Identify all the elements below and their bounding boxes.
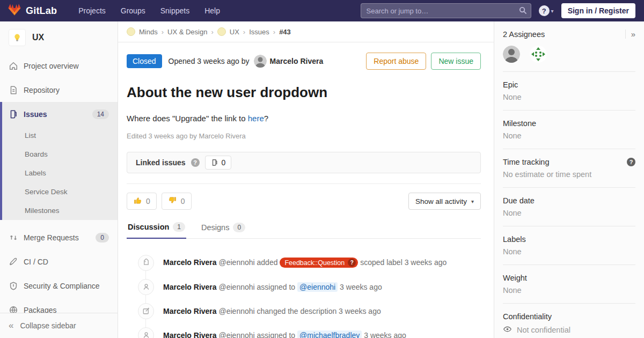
note-author[interactable]: Marcelo Rivera bbox=[163, 258, 217, 267]
sidebar-section-due-date[interactable]: Due date None bbox=[503, 187, 635, 217]
author-avatar[interactable] bbox=[254, 55, 267, 68]
section-title: Milestone bbox=[503, 119, 635, 128]
merge-request-icon bbox=[9, 233, 18, 243]
description-suffix: ? bbox=[264, 114, 268, 123]
sign-in-button[interactable]: Sign in / Register bbox=[561, 3, 635, 18]
description-text: Where does "Upgrade" the link to bbox=[127, 114, 248, 123]
section-title: Time tracking bbox=[503, 158, 549, 166]
section-value: None bbox=[503, 286, 635, 295]
nav-link-projects[interactable]: Projects bbox=[72, 3, 112, 18]
sidebar-item-milestones[interactable]: Milestones bbox=[2, 201, 118, 220]
section-title: Weight bbox=[503, 274, 635, 282]
sidebar-item-ci-cd[interactable]: CI / CD bbox=[0, 249, 118, 274]
tab-discussion[interactable]: Discussion 1 bbox=[127, 219, 186, 239]
report-abuse-button[interactable]: Report abuse bbox=[366, 53, 426, 70]
top-navbar: GitLab Projects Groups Snippets Help ? ▾… bbox=[0, 0, 644, 21]
sidebar-section-time-tracking[interactable]: Time tracking ? No estimate or time spen… bbox=[503, 149, 635, 179]
issues-icon bbox=[211, 159, 218, 166]
sidebar-section-weight[interactable]: Weight None bbox=[503, 264, 635, 295]
breadcrumb-issues[interactable]: Issues bbox=[249, 28, 269, 36]
note-timestamp: 3 weeks ago bbox=[340, 283, 382, 291]
issue-title: About the new user dropdown bbox=[127, 84, 481, 101]
gitlab-logo[interactable]: GitLab bbox=[0, 3, 62, 18]
breadcrumb-ux[interactable]: UX bbox=[230, 28, 239, 36]
nav-link-groups[interactable]: Groups bbox=[114, 3, 152, 18]
nav-link-snippets[interactable]: Snippets bbox=[154, 3, 196, 18]
sidebar-item-service-desk[interactable]: Service Desk bbox=[2, 182, 118, 201]
scoped-label-feedback-question[interactable]: Feedback::Question ? bbox=[280, 258, 358, 268]
tab-designs[interactable]: Designs 0 bbox=[200, 219, 246, 238]
assignee-avatar-identicon[interactable] bbox=[530, 46, 547, 63]
sidebar-section-labels[interactable]: Labels None bbox=[503, 226, 635, 256]
note-handle: @eiennohi bbox=[219, 258, 255, 267]
section-value: None bbox=[503, 131, 635, 140]
sidebar-item-boards[interactable]: Boards bbox=[2, 145, 118, 164]
sidebar-section-milestone[interactable]: Milestone None bbox=[503, 110, 635, 140]
assignee-avatar-photo[interactable] bbox=[503, 46, 520, 63]
author-name[interactable]: Marcelo Rivera bbox=[270, 57, 324, 65]
breadcrumb-issue-number: #43 bbox=[279, 28, 291, 36]
note-action: assigned to bbox=[257, 283, 296, 291]
chevron-down-icon: ▾ bbox=[471, 199, 474, 204]
system-note-assigned: Marcelo Rivera @eiennohi assigned to @mi… bbox=[138, 323, 481, 338]
time-tracking-help-icon[interactable]: ? bbox=[627, 158, 635, 166]
note-author[interactable]: Marcelo Rivera bbox=[163, 307, 217, 315]
user-icon bbox=[138, 279, 154, 295]
mention-eiennohi[interactable]: @eiennohi bbox=[297, 282, 338, 292]
activity-filter-dropdown[interactable]: Show all activity ▾ bbox=[408, 193, 481, 210]
linked-issues-title: Linked issues bbox=[136, 158, 186, 167]
sidebar-item-label: Issues bbox=[24, 110, 47, 119]
section-value: None bbox=[503, 209, 635, 217]
rocket-icon bbox=[9, 257, 18, 267]
thumbs-up-button[interactable]: 0 bbox=[127, 193, 157, 210]
breadcrumb: Minds › UX & Design › UX › Issues › #43 bbox=[118, 21, 494, 42]
home-icon bbox=[9, 61, 18, 71]
help-menu[interactable]: ? ▾ bbox=[539, 5, 554, 16]
document-icon bbox=[9, 85, 18, 95]
thumbs-down-button[interactable]: 0 bbox=[162, 193, 192, 210]
note-handle: @eiennohi bbox=[219, 307, 255, 315]
sidebar-item-list[interactable]: List bbox=[2, 126, 118, 145]
sidebar-item-issues[interactable]: Issues 14 bbox=[2, 102, 118, 126]
system-note-description-changed: Marcelo Rivera @eiennohi changed the des… bbox=[138, 299, 481, 323]
linked-issues-count: 0 bbox=[222, 158, 226, 167]
mention-michaelfbradley[interactable]: @michaelfbradley bbox=[297, 330, 362, 338]
sidebar-item-repository[interactable]: Repository bbox=[0, 78, 118, 102]
assignees-title: 2 Assignees bbox=[503, 30, 545, 39]
search-input[interactable] bbox=[361, 3, 531, 18]
collapse-sidebar-button[interactable]: « Collapse sidebar bbox=[0, 313, 118, 338]
nav-link-help[interactable]: Help bbox=[198, 3, 226, 18]
sidebar-item-project-overview[interactable]: Project overview bbox=[0, 54, 118, 78]
linked-issues-help-icon[interactable]: ? bbox=[191, 158, 200, 167]
breadcrumb-ux-design[interactable]: UX & Design bbox=[167, 28, 207, 36]
breadcrumb-separator: › bbox=[162, 28, 164, 36]
pencil-icon bbox=[138, 303, 154, 319]
project-context[interactable]: UX bbox=[0, 21, 118, 54]
sidebar-item-labels[interactable]: Labels bbox=[2, 164, 118, 182]
collapse-right-sidebar-icon[interactable]: » bbox=[625, 30, 635, 39]
here-link[interactable]: here bbox=[248, 114, 264, 123]
project-avatar-small bbox=[217, 27, 226, 36]
breadcrumb-separator: › bbox=[211, 28, 213, 36]
activity-filter-label: Show all activity bbox=[415, 197, 467, 205]
sidebar-item-label: Merge Requests bbox=[24, 233, 79, 242]
search-icon[interactable] bbox=[519, 6, 527, 17]
note-author[interactable]: Marcelo Rivera bbox=[163, 331, 217, 338]
navbar-links: Projects Groups Snippets Help bbox=[72, 3, 226, 18]
section-value: No estimate or time spent bbox=[503, 170, 635, 179]
thumbs-up-icon bbox=[133, 196, 142, 207]
sidebar-section-confidentiality[interactable]: Confidentiality Not confidential bbox=[503, 303, 635, 335]
linked-issues-count-button[interactable]: 0 bbox=[205, 156, 232, 170]
discussion-count-badge: 1 bbox=[173, 222, 185, 232]
sidebar-item-merge-requests[interactable]: Merge Requests 0 bbox=[0, 225, 118, 249]
sidebar-item-security-compliance[interactable]: Security & Compliance bbox=[0, 274, 118, 298]
note-suffix: scoped label bbox=[360, 258, 402, 267]
breadcrumb-minds[interactable]: Minds bbox=[139, 28, 158, 36]
section-value: None bbox=[503, 93, 635, 101]
note-author[interactable]: Marcelo Rivera bbox=[163, 283, 217, 291]
sidebar-item-label: Project overview bbox=[24, 62, 79, 70]
sidebar-section-epic[interactable]: Epic None bbox=[503, 71, 635, 101]
new-issue-button[interactable]: New issue bbox=[431, 53, 481, 70]
brand-name: GitLab bbox=[26, 5, 57, 17]
section-title: Labels bbox=[503, 235, 635, 244]
